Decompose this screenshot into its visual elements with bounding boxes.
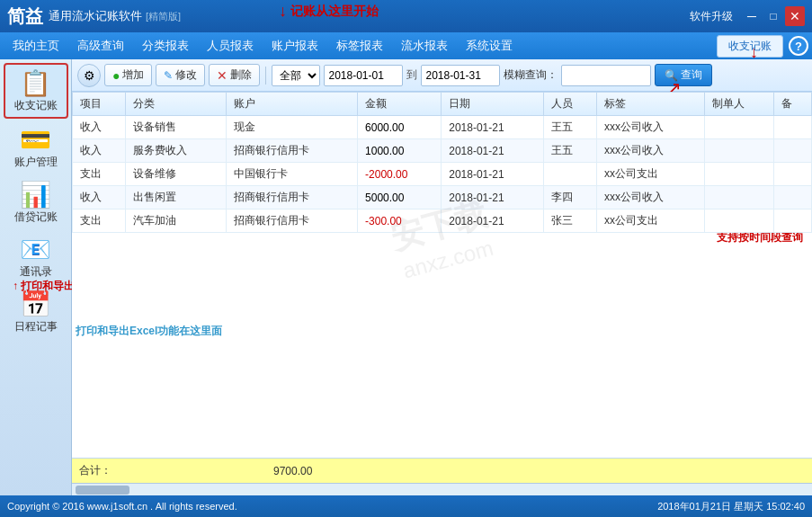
nav-tag-report[interactable]: 标签报表 xyxy=(327,34,392,58)
app-logo: 简益 xyxy=(7,4,43,29)
edit-icon: ✎ xyxy=(164,69,173,82)
sidebar-label-account-mgmt: 账户管理 xyxy=(14,155,58,170)
sidebar-label-loan-ledger: 借贷记账 xyxy=(14,209,58,225)
filter-type-select[interactable]: 全部 收入 支出 xyxy=(272,65,320,86)
table-row[interactable]: 收入 出售闲置 招商银行信用卡 5000.00 2018-01-21 李四 xx… xyxy=(73,186,812,209)
col-header-category: 分类 xyxy=(126,93,226,116)
table-row[interactable]: 收入 设备销售 现金 6000.00 2018-01-21 王五 xxx公司收入 xyxy=(73,116,812,139)
table-row[interactable]: 支出 设备维修 中国银行卡 -2000.00 2018-01-21 xx公司支出 xyxy=(73,163,812,186)
horizontal-scrollbar[interactable] xyxy=(76,486,129,495)
delete-icon: ✕ xyxy=(217,68,228,83)
date-to-label: 到 xyxy=(406,67,417,83)
account-mgmt-icon: 💳 xyxy=(20,125,51,155)
col-header-tag: 标签 xyxy=(597,93,705,116)
nav-home[interactable]: 我的主页 xyxy=(4,34,68,58)
sidebar-label-schedule: 日程记事 xyxy=(14,319,58,334)
date-to-input[interactable] xyxy=(421,65,500,86)
minimize-button[interactable]: ─ xyxy=(742,6,762,26)
sidebar-label-contacts: 通讯录 xyxy=(20,264,52,280)
col-header-account: 账户 xyxy=(226,93,357,116)
footer-summary: 合计： 9700.00 xyxy=(72,458,812,483)
total-value: 9700.00 xyxy=(273,465,312,477)
nav-personnel-report[interactable]: 人员报表 xyxy=(198,34,263,58)
query-button[interactable]: 🔍 查询 xyxy=(655,64,712,86)
app-title: 通用流水记账软件 xyxy=(49,8,142,24)
record-hint-annotation: ↓ 记账从这里开始 xyxy=(279,2,379,21)
sidebar-item-account-mgmt[interactable]: 💳 账户管理 xyxy=(4,121,68,174)
nav-advanced-query[interactable]: 高级查询 xyxy=(68,34,133,58)
sidebar-label-income-expense: 收支记账 xyxy=(14,98,58,113)
edit-button[interactable]: ✎ 修改 xyxy=(156,64,205,86)
delete-button[interactable]: ✕ 删除 xyxy=(209,64,260,86)
app-edition: [精简版] xyxy=(146,10,181,23)
datetime-text: 2018年01月21日 星期天 15:02:40 xyxy=(657,500,805,513)
add-button[interactable]: ● 增加 xyxy=(104,64,152,86)
nav-account-report[interactable]: 账户报表 xyxy=(263,34,327,58)
col-header-note: 备 xyxy=(773,93,811,116)
loan-ledger-icon: 📊 xyxy=(20,180,51,209)
income-expense-icon: 📋 xyxy=(20,68,51,98)
date-from-input[interactable] xyxy=(324,65,403,86)
col-header-date: 日期 xyxy=(442,93,543,116)
add-icon: ● xyxy=(112,68,120,83)
data-table-area: 安下载 anxz.com 项目 分类 账户 金额 日期 人员 标签 制单人 备 xyxy=(72,92,812,458)
col-header-creator: 制单人 xyxy=(705,93,774,116)
close-button[interactable]: ✕ xyxy=(785,6,805,26)
sidebar-item-income-expense[interactable]: 📋 收支记账 xyxy=(4,63,68,119)
contacts-icon: 📧 xyxy=(20,235,51,264)
col-header-type: 项目 xyxy=(73,93,126,116)
search-icon: 🔍 xyxy=(665,69,678,82)
nav-flow-report[interactable]: 流水报表 xyxy=(392,34,457,58)
sidebar-item-loan-ledger[interactable]: 📊 借贷记账 xyxy=(4,176,68,228)
col-header-amount: 金额 xyxy=(358,93,442,116)
fuzzy-query-input[interactable] xyxy=(561,65,651,86)
query-arrow-annotation: ↓ xyxy=(750,43,758,62)
help-button[interactable]: ? xyxy=(789,36,808,56)
sidebar-item-contacts[interactable]: 📧 通讯录 xyxy=(4,231,68,283)
nav-settings[interactable]: 系统设置 xyxy=(457,34,522,58)
upgrade-button[interactable]: 软件升级 xyxy=(683,7,740,26)
nav-category-report[interactable]: 分类报表 xyxy=(133,34,198,58)
fuzzy-label: 模糊查询： xyxy=(504,67,558,83)
gear-button[interactable]: ⚙ xyxy=(77,64,101,87)
table-row[interactable]: 支出 汽车加油 招商银行信用卡 -300.00 2018-01-21 张三 xx… xyxy=(73,209,812,233)
total-label: 合计： xyxy=(79,463,112,478)
copyright-text: Copyright © 2016 www.j1soft.cn . All rig… xyxy=(7,501,657,512)
col-header-person: 人员 xyxy=(543,93,596,116)
maximize-button[interactable]: □ xyxy=(763,6,783,26)
table-row[interactable]: 收入 服务费收入 招商银行信用卡 1000.00 2018-01-21 王五 x… xyxy=(73,139,812,163)
